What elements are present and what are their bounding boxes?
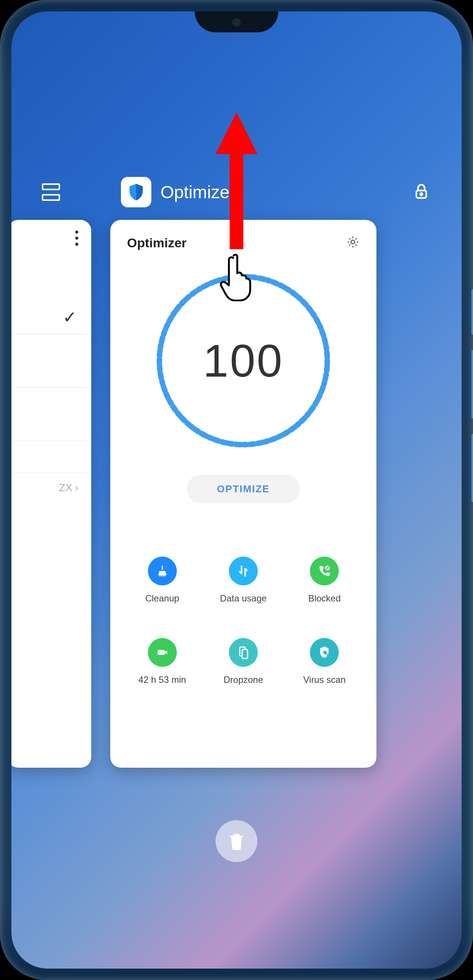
svg-rect-7	[157, 650, 165, 655]
tool-label: Dropzone	[224, 675, 263, 685]
power-button[interactable]	[471, 289, 473, 335]
screen: Optimizer ✓	[11, 11, 462, 969]
svg-rect-13	[237, 839, 239, 846]
tool-label: Blocked	[308, 593, 341, 604]
tool-label: 42 h 53 min	[138, 675, 186, 685]
list-view-icon[interactable]	[42, 183, 60, 201]
annotation-hand-icon	[220, 252, 258, 303]
tool-screen-time[interactable]: 42 h 53 min	[122, 638, 203, 685]
list-item-text: ZX ›	[59, 482, 78, 494]
chevron-right-icon: ›	[75, 482, 78, 494]
clear-all-button[interactable]	[216, 820, 257, 862]
divider	[11, 473, 91, 473]
tool-data-usage[interactable]: Data usage	[203, 557, 284, 604]
tool-dropzone[interactable]: Dropzone	[203, 638, 284, 685]
tool-blocked[interactable]: Blocked	[284, 557, 365, 604]
divider	[11, 387, 91, 388]
broom-icon	[148, 557, 177, 585]
divider	[11, 334, 91, 334]
phone-block-icon	[310, 557, 339, 585]
checkmark-icon: ✓	[63, 307, 77, 327]
data-arrows-icon	[229, 557, 258, 585]
shield-search-icon	[310, 638, 339, 667]
tools-grid: Cleanup Data usage Blocked	[110, 557, 376, 685]
phone-copy-icon	[229, 638, 258, 667]
svg-point-2	[351, 240, 355, 244]
tool-virus-scan[interactable]: Virus scan	[284, 638, 365, 685]
volume-down-button[interactable]	[471, 434, 473, 502]
tool-label: Virus scan	[303, 675, 346, 685]
trash-icon	[226, 830, 247, 852]
svg-rect-9	[242, 649, 248, 659]
volume-up-button[interactable]	[471, 350, 473, 418]
card-title: Optimizer	[127, 235, 187, 250]
divider	[11, 441, 91, 441]
more-icon[interactable]	[75, 231, 78, 246]
phone-frame: Optimizer ✓	[0, 0, 473, 980]
video-icon	[148, 638, 177, 667]
tool-label: Cleanup	[145, 593, 179, 604]
gear-icon[interactable]	[346, 235, 360, 250]
annotation-arrow-up	[214, 112, 259, 251]
previous-app-card[interactable]: ✓ ZX ›	[11, 220, 91, 768]
svg-rect-12	[234, 839, 236, 846]
svg-marker-14	[216, 112, 257, 249]
optimize-button[interactable]: OPTIMIZE	[187, 475, 300, 503]
prev-item-label: ZX	[59, 482, 73, 494]
tool-label: Data usage	[220, 593, 267, 604]
notch	[195, 11, 278, 32]
lock-icon[interactable]	[411, 181, 431, 203]
svg-point-1	[420, 193, 422, 196]
tool-cleanup[interactable]: Cleanup	[122, 557, 203, 604]
shield-icon	[121, 177, 151, 207]
